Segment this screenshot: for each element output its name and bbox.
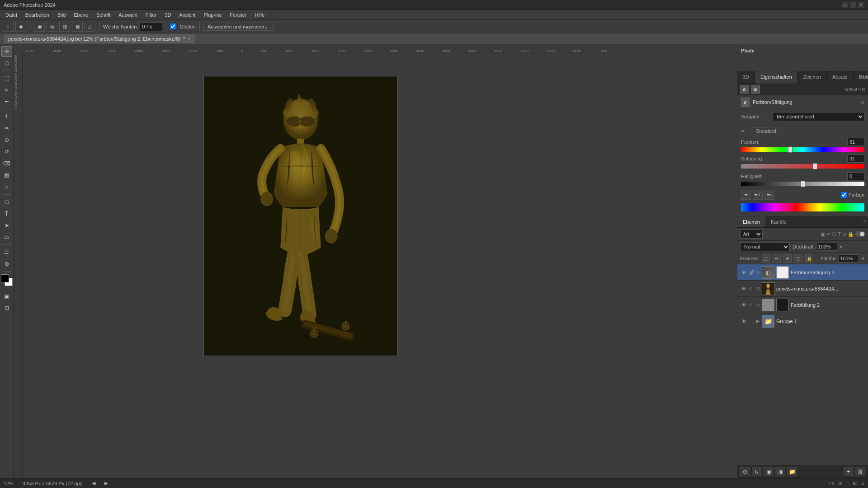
- fill-dropdown-arrow[interactable]: ▼: [861, 256, 865, 261]
- tab-absatz[interactable]: Absatz: [827, 71, 854, 84]
- helligkeit-slider-track[interactable]: [741, 182, 864, 186]
- crop-tool[interactable]: ⌗: [1, 84, 12, 95]
- filter-icon-2[interactable]: ✏: [826, 231, 830, 237]
- farbton-slider-thumb[interactable]: [788, 146, 793, 153]
- menu-filter[interactable]: Filter: [142, 11, 160, 19]
- menu-datei[interactable]: Datei: [2, 11, 21, 19]
- tab-ebenen[interactable]: Ebenen: [737, 216, 765, 227]
- vorgabe-dropdown[interactable]: Benutzerdefiniert: [773, 112, 864, 121]
- prop-icon-view[interactable]: □: [858, 87, 861, 92]
- layer-eye-3[interactable]: 👁: [740, 301, 747, 309]
- lock-image[interactable]: ✏: [773, 254, 781, 263]
- shape-tool[interactable]: ▭: [1, 232, 12, 243]
- eyedropper-add[interactable]: ✒+: [753, 190, 763, 200]
- home-button[interactable]: ⌂: [3, 22, 14, 32]
- layers-btn-link[interactable]: ⊙: [740, 467, 750, 476]
- gradient-tool[interactable]: ▦: [1, 170, 12, 181]
- layer-group-chevron[interactable]: ▶: [756, 319, 760, 324]
- layers-btn-adjustment[interactable]: ◑: [775, 467, 785, 476]
- prop-icon-prev[interactable]: ⊙: [844, 87, 848, 92]
- glatten-checkbox[interactable]: [170, 23, 176, 29]
- foreground-color-box[interactable]: [1, 274, 9, 282]
- filter-icon-5[interactable]: ⊙: [842, 231, 846, 237]
- blend-mode-dropdown[interactable]: Normal: [740, 242, 790, 251]
- maximize-button[interactable]: □: [850, 2, 856, 8]
- layer-item-image[interactable]: 👁 ⊙ ⊞ pexels-monstera-5384424...: [737, 281, 868, 297]
- lock-artboard[interactable]: ⬡: [794, 254, 802, 263]
- menu-bearbeiten[interactable]: Bearbeiten: [22, 11, 53, 19]
- prop-icon-link[interactable]: ⊞: [849, 87, 853, 92]
- layer-item-farbtonsaettigung[interactable]: 👁 🔗 ⊕ ◐ Farbton/Sättigung 2: [737, 264, 868, 281]
- layers-btn-fx[interactable]: fx: [752, 467, 762, 476]
- opacity-input[interactable]: [817, 243, 837, 251]
- status-icon-1[interactable]: ⊕: [838, 480, 842, 486]
- helligkeit-slider-thumb[interactable]: [801, 181, 805, 187]
- weiche-kanten-input[interactable]: [140, 22, 162, 31]
- eraser-tool[interactable]: ⌫: [1, 158, 12, 169]
- intersect-selection-button[interactable]: ▦: [72, 22, 83, 32]
- close-button[interactable]: ×: [858, 2, 864, 8]
- prop-icon-reset[interactable]: ↺: [854, 87, 857, 92]
- minimize-button[interactable]: —: [842, 2, 848, 8]
- status-icon-3[interactable]: ⊞: [853, 480, 857, 486]
- tab-3d[interactable]: 3D: [737, 71, 755, 84]
- subtract-selection-button[interactable]: ▥: [59, 22, 70, 32]
- nav-left[interactable]: ◀: [92, 480, 95, 486]
- filter-icon-1[interactable]: ▣: [821, 231, 825, 237]
- farbton-slider-track[interactable]: [741, 147, 864, 152]
- tab-eigenschaften[interactable]: Eigenschaften: [755, 71, 798, 84]
- lasso-tool[interactable]: ⬡: [1, 58, 12, 69]
- lock-position[interactable]: ✛: [783, 254, 792, 263]
- layers-btn-group[interactable]: 📁: [787, 467, 797, 476]
- layer-eye-4[interactable]: 👁: [740, 318, 747, 325]
- eyedropper-main[interactable]: ✒: [741, 190, 751, 200]
- status-icon-2[interactable]: □: [846, 481, 849, 486]
- filter-icon-3[interactable]: ⬡: [832, 231, 836, 237]
- filter-toggle[interactable]: [855, 231, 865, 237]
- hand-tool[interactable]: ☰: [1, 247, 12, 258]
- tab-kanaele[interactable]: Kanäle: [765, 216, 792, 227]
- canvas-content[interactable]: [23, 53, 737, 478]
- menu-hilfe[interactable]: Hilfe: [251, 11, 268, 19]
- path-tool[interactable]: ⬠: [1, 197, 12, 207]
- quick-mask-tool[interactable]: ▣: [1, 291, 12, 302]
- path-selection-tool[interactable]: ➤: [1, 220, 12, 231]
- healing-tool[interactable]: ⚕: [1, 111, 12, 122]
- farben-checkbox[interactable]: [841, 192, 847, 198]
- new-selection-button[interactable]: ▣: [34, 22, 45, 32]
- zoom-tool[interactable]: ⊕: [1, 258, 12, 269]
- status-icon-4[interactable]: ⊡: [860, 480, 864, 486]
- layers-btn-delete[interactable]: 🗑: [855, 467, 865, 476]
- menu-3d[interactable]: 3D: [161, 11, 175, 19]
- tool-options-button[interactable]: ◉: [15, 22, 26, 32]
- nav-right[interactable]: ▶: [104, 480, 108, 486]
- menu-plugins[interactable]: Plug-ins: [200, 11, 225, 19]
- farbton-value-input[interactable]: [847, 138, 864, 146]
- stamp-tool[interactable]: ⊙: [1, 135, 12, 145]
- eyedropper-tool[interactable]: ✒: [1, 96, 12, 107]
- auswaehlen-maskieren-button[interactable]: Auswählen und maskieren...: [203, 23, 274, 31]
- color-selector[interactable]: [1, 274, 13, 286]
- eyedropper-subtract[interactable]: ✒-: [764, 190, 774, 200]
- saettigung-slider-track[interactable]: [741, 164, 864, 169]
- marquee-tool[interactable]: ⬚: [1, 73, 12, 84]
- history-brush-tool[interactable]: ↺: [1, 146, 12, 157]
- status-fx[interactable]: FX: [828, 481, 835, 486]
- helligkeit-value-input[interactable]: [847, 172, 864, 180]
- layers-btn-new[interactable]: +: [844, 467, 854, 476]
- layer-eye-2[interactable]: 👁: [740, 285, 747, 292]
- menu-ansicht[interactable]: Ansicht: [175, 11, 199, 19]
- saettigung-slider-thumb[interactable]: [813, 163, 817, 169]
- menu-auswahl[interactable]: Auswahl: [115, 11, 141, 19]
- saettigung-value-input[interactable]: [847, 155, 864, 163]
- layer-item-gruppe[interactable]: 👁 ▶ 📁 Gruppe 1: [737, 313, 868, 329]
- screen-mode-tool[interactable]: ⊡: [1, 303, 12, 314]
- layer-item-farbfuellung[interactable]: 👁 ⊙ ⊞ Farbfüllung 2: [737, 297, 868, 313]
- lock-transparent[interactable]: ⬚: [762, 254, 770, 263]
- menu-bild[interactable]: Bild: [54, 11, 69, 19]
- layer-eye-1[interactable]: 👁: [740, 269, 747, 276]
- document-tab-close[interactable]: ×: [188, 36, 190, 41]
- document-tab[interactable]: pexels-monstera-5384424.jpg bei 12% (Far…: [4, 34, 195, 43]
- tab-zeichen[interactable]: Zeichen: [798, 71, 827, 84]
- filter-icon-4[interactable]: T: [838, 231, 841, 237]
